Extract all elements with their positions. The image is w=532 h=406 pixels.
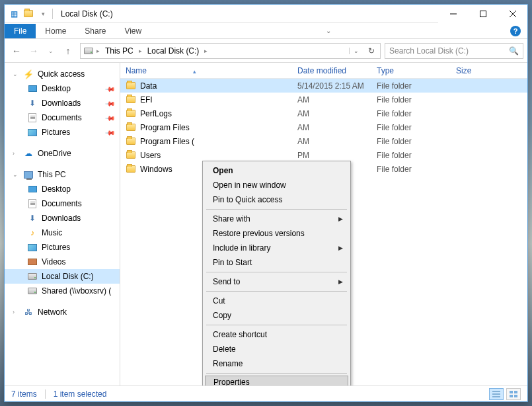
file-type: File folder bbox=[374, 165, 453, 174]
column-header-date[interactable]: Date modified bbox=[292, 66, 371, 75]
chevron-right-icon[interactable]: ▸ bbox=[96, 48, 100, 54]
navigation-pane[interactable]: ⌄ ⚡ Quick access Desktop📌⬇Downloads📌Docu… bbox=[5, 63, 120, 386]
column-header-type[interactable]: Type bbox=[371, 66, 451, 75]
close-button[interactable] bbox=[498, 5, 527, 23]
pics-icon bbox=[27, 242, 38, 253]
back-button[interactable]: ← bbox=[9, 43, 24, 59]
title-bar: ▦ ▾ Local Disk (C:) bbox=[5, 5, 527, 23]
tab-home[interactable]: Home bbox=[36, 24, 75, 38]
context-menu-restore-previous-versions[interactable]: Restore previous versions bbox=[205, 226, 348, 241]
view-details-button[interactable] bbox=[489, 388, 504, 400]
nav-label: Desktop bbox=[42, 84, 71, 93]
file-name: Program Files bbox=[140, 123, 190, 132]
svg-rect-10 bbox=[514, 395, 517, 397]
view-icons-button[interactable] bbox=[506, 388, 521, 400]
context-menu-pin-to-quick-access[interactable]: Pin to Quick access bbox=[205, 192, 348, 207]
nav-label: This PC bbox=[38, 170, 66, 179]
context-menu-label: Cut bbox=[213, 296, 225, 305]
navitem-local-disk-c-[interactable]: Local Disk (C:) bbox=[5, 269, 120, 284]
details-view-icon bbox=[492, 391, 500, 397]
navitem-downloads[interactable]: ⬇Downloads bbox=[5, 211, 120, 225]
context-menu-copy[interactable]: Copy bbox=[205, 308, 348, 323]
file-date: AM bbox=[295, 95, 374, 104]
navitem-desktop[interactable]: Desktop📌 bbox=[5, 81, 120, 96]
ribbon-collapse-icon[interactable]: ⌄ bbox=[326, 27, 331, 34]
context-menu-open-in-new-window[interactable]: Open in new window bbox=[205, 178, 348, 192]
context-menu-share-with[interactable]: Share with▶ bbox=[205, 212, 348, 226]
tab-share[interactable]: Share bbox=[75, 24, 115, 38]
context-menu-properties[interactable]: Properties bbox=[205, 376, 348, 386]
file-row[interactable]: UsersPMFile folder bbox=[120, 148, 527, 162]
context-menu-label: Open in new window bbox=[213, 181, 286, 190]
file-row[interactable]: PerfLogsAMFile folder bbox=[120, 106, 527, 120]
file-row[interactable]: Data5/14/2015 2:15 AMFile folder bbox=[120, 79, 527, 93]
history-dropdown-icon[interactable]: ⌄ bbox=[43, 43, 59, 59]
address-dropdown-icon[interactable]: ⌄ bbox=[349, 48, 363, 54]
navgroup-onedrive[interactable]: › ☁ OneDrive bbox=[5, 146, 120, 161]
qat-dropdown-icon[interactable]: ▾ bbox=[38, 9, 48, 19]
nav-label: Music bbox=[42, 228, 62, 237]
forward-button[interactable]: → bbox=[26, 43, 42, 59]
chevron-right-icon[interactable]: ▸ bbox=[204, 48, 208, 54]
breadcrumb-local-disk[interactable]: Local Disk (C:) bbox=[145, 45, 202, 57]
file-type: File folder bbox=[374, 137, 453, 146]
navitem-downloads[interactable]: ⬇Downloads📌 bbox=[5, 96, 120, 110]
chevron-right-icon[interactable]: › bbox=[13, 150, 19, 157]
this-pc-icon bbox=[23, 169, 34, 180]
refresh-icon[interactable]: ↻ bbox=[365, 46, 377, 56]
context-menu-label: Rename bbox=[213, 359, 243, 368]
context-menu-open[interactable]: Open bbox=[205, 163, 348, 178]
context-menu-label: Restore previous versions bbox=[213, 229, 305, 238]
tab-view[interactable]: View bbox=[115, 24, 151, 38]
navitem-documents[interactable]: Documents📌 bbox=[5, 110, 120, 125]
navitem-desktop[interactable]: Desktop bbox=[5, 182, 120, 196]
search-input[interactable]: Search Local Disk (C:) 🔍 bbox=[385, 43, 523, 59]
chevron-right-icon[interactable]: ▸ bbox=[139, 48, 142, 54]
column-header-name[interactable]: Name▴ bbox=[120, 66, 292, 75]
context-menu-pin-to-start[interactable]: Pin to Start bbox=[205, 255, 348, 270]
navitem-pictures[interactable]: Pictures📌 bbox=[5, 125, 120, 140]
column-header-size[interactable]: Size bbox=[451, 66, 497, 75]
up-button[interactable]: ↑ bbox=[60, 43, 76, 59]
folder-icon bbox=[126, 150, 136, 161]
navitem-videos[interactable]: Videos bbox=[5, 255, 120, 269]
context-menu-label: Send to bbox=[213, 277, 240, 286]
address-bar[interactable]: ▸ This PC ▸ Local Disk (C:) ▸ ⌄ ↻ bbox=[80, 43, 381, 59]
nav-label: Local Disk (C:) bbox=[42, 272, 94, 281]
chevron-right-icon[interactable]: › bbox=[13, 309, 19, 315]
file-row[interactable]: Program Files (AMFile folder bbox=[120, 134, 527, 148]
breadcrumb-this-pc[interactable]: This PC bbox=[102, 45, 136, 57]
qat-folder-icon[interactable] bbox=[23, 9, 34, 19]
chevron-down-icon[interactable]: ⌄ bbox=[13, 171, 19, 178]
file-row[interactable]: Program FilesAMFile folder bbox=[120, 120, 527, 134]
context-menu: OpenOpen in new windowPin to Quick acces… bbox=[202, 161, 351, 386]
context-menu-create-shortcut[interactable]: Create shortcut bbox=[205, 327, 348, 342]
context-menu-label: Copy bbox=[213, 311, 231, 320]
help-icon[interactable]: ? bbox=[510, 26, 521, 36]
chevron-down-icon[interactable]: ⌄ bbox=[13, 71, 19, 77]
navitem-documents[interactable]: Documents bbox=[5, 196, 120, 211]
context-menu-delete[interactable]: Delete bbox=[205, 342, 348, 356]
search-placeholder: Search Local Disk (C:) bbox=[389, 46, 509, 56]
file-row[interactable]: EFIAMFile folder bbox=[120, 93, 527, 106]
navgroup-this-pc[interactable]: ⌄ This PC bbox=[5, 167, 120, 182]
context-menu-separator bbox=[206, 373, 347, 374]
context-menu-send-to[interactable]: Send to▶ bbox=[205, 274, 348, 289]
navgroup-network[interactable]: › 🖧 Network bbox=[5, 305, 120, 319]
app-icon: ▦ bbox=[9, 9, 19, 19]
desktop-icon bbox=[27, 184, 38, 194]
search-icon[interactable]: 🔍 bbox=[509, 46, 519, 56]
context-menu-include-in-library[interactable]: Include in library▶ bbox=[205, 241, 348, 255]
context-menu-cut[interactable]: Cut bbox=[205, 294, 348, 308]
navitem-pictures[interactable]: Pictures bbox=[5, 240, 120, 255]
tab-file[interactable]: File bbox=[5, 24, 36, 38]
navitem-music[interactable]: ♪Music bbox=[5, 225, 120, 240]
context-menu-rename[interactable]: Rename bbox=[205, 356, 348, 371]
navitem-shared-vboxsrv-[interactable]: Shared (\\vboxsrv) ( bbox=[5, 284, 120, 298]
address-toolbar: ← → ⌄ ↑ ▸ This PC ▸ Local Disk (C:) ▸ ⌄ … bbox=[5, 39, 527, 63]
maximize-button[interactable] bbox=[468, 5, 498, 23]
navgroup-quick-access[interactable]: ⌄ ⚡ Quick access bbox=[5, 67, 120, 81]
context-menu-separator bbox=[206, 272, 347, 272]
status-selected-count: 1 item selected bbox=[54, 389, 107, 399]
minimize-button[interactable] bbox=[438, 5, 468, 23]
